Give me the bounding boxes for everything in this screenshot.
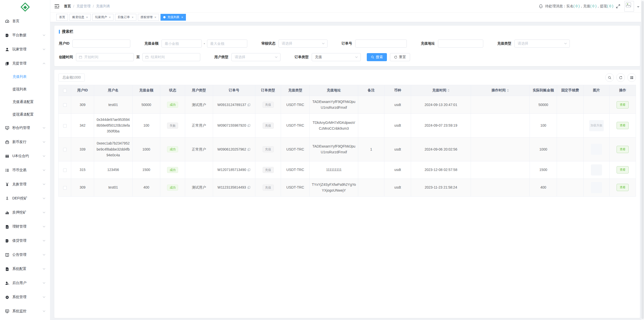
sidebar-subitem-recharge-channel[interactable]: 充值通道配置 (0, 96, 50, 108)
close-icon[interactable]: × (154, 15, 156, 19)
tab-player-users[interactable]: 玩家用户× (92, 14, 114, 21)
sidebar-item-second-contract[interactable]: 秒合约管理 (0, 121, 50, 135)
copy-icon[interactable] (247, 124, 251, 127)
notice-recharge-label[interactable]: 充值 (583, 4, 590, 8)
close-icon[interactable]: × (109, 15, 111, 19)
sidebar-item-system-config[interactable]: 系统配置 (0, 262, 50, 276)
audit-status-select[interactable]: 请选择 (278, 40, 328, 48)
table-search-button[interactable] (605, 73, 614, 82)
reset-button[interactable]: 重置 (390, 53, 410, 61)
total-amount-button[interactable]: 总金额1000 (58, 74, 85, 82)
sidebar-item-system-monitor[interactable]: 系统监控 (0, 304, 50, 318)
amount-max-input[interactable] (207, 40, 247, 48)
sort-caret[interactable] (448, 89, 450, 92)
order-type-badge: 充值 (263, 185, 274, 191)
copy-icon[interactable] (247, 186, 251, 189)
chevron-down-icon (43, 281, 46, 285)
recharge-type-select[interactable]: 请选择 (514, 40, 570, 48)
copy-icon[interactable] (247, 168, 251, 171)
image-thumbnail[interactable] (591, 164, 602, 175)
document-icon (5, 225, 9, 229)
row-checkbox[interactable] (63, 186, 67, 190)
sidebar-subitem-withdraw-list[interactable]: 提现列表 (0, 83, 50, 96)
sidebar-item-deposit-withdraw[interactable]: 充提管理 (0, 56, 50, 70)
sidebar-item-defi-mining[interactable]: DEFI挖矿 (0, 191, 50, 205)
sidebar-item-staking-mining[interactable]: 质押挖矿 (0, 205, 50, 220)
view-button[interactable]: 查看 (617, 146, 629, 153)
avatar[interactable] (624, 1, 634, 12)
tab-home[interactable]: 首页 (56, 14, 68, 21)
sidebar-item-system-management[interactable]: 系统管理 (0, 290, 50, 304)
close-icon[interactable]: × (181, 15, 183, 19)
chevron-down-icon (275, 56, 278, 59)
order-no-input[interactable] (355, 40, 407, 48)
copy-icon[interactable] (247, 103, 251, 106)
view-button[interactable]: 查看 (617, 166, 629, 173)
breadcrumb-home[interactable]: 首页 (64, 4, 71, 9)
scrollbar-thumb[interactable] (641, 1, 644, 319)
browser-scrollbar[interactable] (641, 0, 644, 320)
row-checkbox[interactable] (63, 103, 67, 107)
tab-account-changes[interactable]: 账变信息× (69, 14, 91, 21)
tab-recharge-list[interactable]: 充值列表× (160, 14, 186, 21)
order-type-badge: 充值 (263, 146, 274, 152)
recharge-address-input[interactable] (438, 40, 483, 48)
image-thumbnail[interactable] (591, 144, 602, 155)
tab-authorization[interactable]: 授权管理× (138, 14, 159, 21)
sidebar-item-announcement[interactable]: 公告管理 (0, 248, 50, 262)
copy-documents-icon (5, 61, 9, 66)
sidebar-item-player-management[interactable]: 玩家管理 (0, 42, 50, 56)
amount-min-input[interactable] (162, 40, 202, 48)
chevron-down-icon (43, 48, 46, 51)
sidebar-subitem-recharge-list[interactable]: 充值列表 (0, 70, 50, 83)
search-button[interactable]: 搜索 (367, 53, 387, 61)
sidebar-item-wealth-management[interactable]: 理财管理 (0, 220, 50, 234)
row-checkbox[interactable] (63, 148, 67, 151)
user-id-input[interactable] (72, 40, 130, 48)
chevron-down-icon (43, 211, 46, 214)
table-refresh-button[interactable] (616, 73, 625, 82)
notice-withdraw-label[interactable]: 提现 (600, 4, 607, 8)
user-type-label: 用户类型 (214, 55, 228, 59)
copy-icon[interactable] (247, 148, 251, 151)
sidebar-item-admin-users[interactable]: 后台用户 (0, 276, 50, 290)
image-thumbnail[interactable] (591, 182, 602, 193)
sidebar-item-exchange[interactable]: 兑换管理 (0, 177, 50, 191)
breadcrumb-deposit-withdraw[interactable]: 充提管理 (76, 4, 91, 9)
grid-menu-icon (630, 76, 634, 80)
row-checkbox[interactable] (63, 168, 67, 172)
notice-realname-label[interactable]: 实名 (566, 4, 573, 8)
row-checkbox[interactable] (63, 124, 67, 128)
order-type-select[interactable]: 充值 (312, 53, 361, 61)
sidebar-item-lending[interactable]: 借贷管理 (0, 234, 50, 248)
sidebar-item-platform-data[interactable]: 平台数据 (0, 28, 50, 42)
close-icon[interactable]: × (86, 15, 88, 19)
view-button[interactable]: 查看 (617, 184, 629, 191)
sidebar-collapse-icon[interactable] (54, 4, 59, 8)
logo-icon (20, 2, 30, 12)
recharge-table: 用户ID 用户名 充值金额 状态 用户类型 订单号 订单类型 充值类型 充值地址… (58, 85, 636, 197)
users-icon (5, 281, 9, 285)
bell-icon[interactable] (539, 4, 543, 9)
view-button[interactable]: 查看 (617, 122, 629, 129)
col-actual-amount: 实际到账金额 (530, 85, 557, 96)
user-type-select[interactable]: 请选择 (231, 53, 280, 61)
sidebar-item-new-coin[interactable]: 新币发行 (0, 135, 50, 149)
status-badge: 失败 (167, 123, 178, 129)
sidebar-item-u-contract[interactable]: U本位合约 (0, 149, 50, 163)
start-time-input[interactable]: 开始时间 (76, 53, 134, 61)
date-range-to-label: 至 (136, 55, 140, 59)
sidebar-subitem-withdraw-channel[interactable]: 提现通道配置 (0, 108, 50, 121)
chevron-down-icon (322, 42, 325, 45)
sidebar-item-spot-trading[interactable]: 币币交易 (0, 163, 50, 177)
sort-caret[interactable] (507, 89, 509, 92)
tab-collection-orders[interactable]: 归集订单× (115, 14, 136, 21)
view-button[interactable]: 查看 (617, 101, 629, 109)
sidebar-item-home[interactable]: 首页 (0, 14, 50, 28)
select-all-checkbox[interactable] (63, 89, 67, 92)
close-icon[interactable]: × (132, 15, 134, 19)
user-menu-caret-icon[interactable] (637, 6, 639, 9)
end-time-input[interactable]: 结束时间 (142, 53, 200, 61)
fullscreen-icon[interactable] (616, 4, 620, 9)
table-columns-button[interactable] (627, 73, 636, 82)
